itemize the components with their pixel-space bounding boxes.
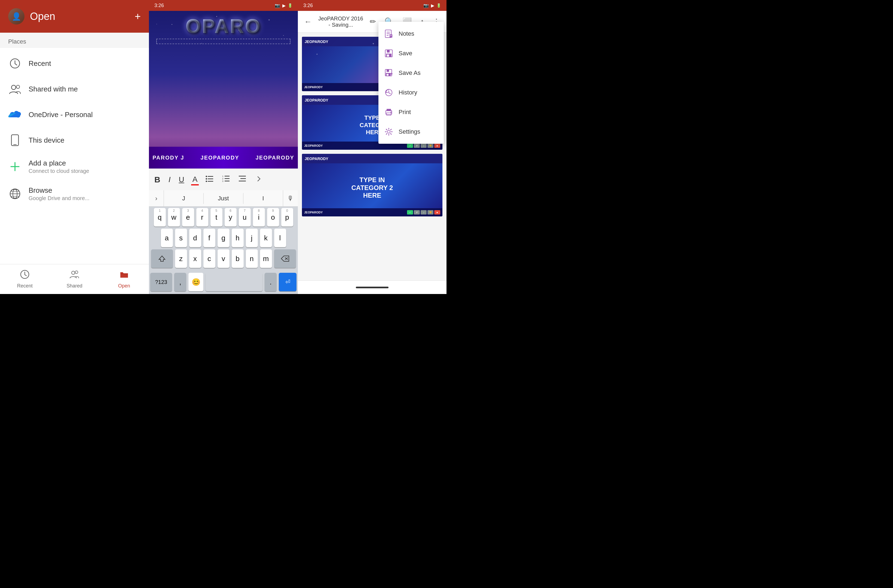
color-button[interactable]: A (191, 174, 199, 185)
slide-2-btn-wrong[interactable]: ✗ (414, 143, 420, 148)
history-label: History (398, 89, 417, 96)
notes-icon (384, 29, 394, 39)
back-button[interactable]: ← (302, 15, 314, 28)
key-w[interactable]: 2w (168, 208, 180, 227)
key-l[interactable]: l (274, 229, 286, 247)
slide-3-header: JEOPARODY (302, 154, 442, 163)
nav-item-browse[interactable]: Browse Google Drive and more... (0, 180, 149, 208)
svg-rect-47 (387, 54, 389, 57)
indent-button[interactable] (237, 173, 248, 186)
saveas-label: Save As (398, 69, 421, 77)
suggestion-arrow[interactable]: › (149, 190, 164, 206)
bold-button[interactable]: B (153, 174, 162, 186)
svg-point-22 (206, 176, 207, 177)
svg-point-24 (206, 180, 207, 182)
slide-thumb-3[interactable]: JEOPARODY TYPE INCATEGORY 2HERE JEOPAROD… (302, 154, 442, 217)
period-key[interactable]: . (265, 273, 277, 291)
svg-rect-5 (11, 135, 18, 146)
slide-3-btn-correct[interactable]: ✓ (407, 210, 413, 215)
italic-button[interactable]: I (167, 174, 172, 185)
suggestion-just[interactable]: Just (204, 195, 243, 202)
key-r[interactable]: 4r (196, 208, 208, 227)
key-m[interactable]: m (260, 250, 272, 268)
key-a[interactable]: a (161, 229, 173, 247)
space-key[interactable] (206, 273, 262, 291)
key-o[interactable]: 9o (267, 208, 279, 227)
slide-2-btn-boo[interactable]: 👎 (427, 143, 433, 148)
shared-nav-icon (69, 269, 79, 281)
slide-3-btn-wrong[interactable]: ✗ (414, 210, 420, 215)
svg-point-17 (72, 271, 75, 274)
edit-button[interactable]: ✏ (368, 15, 378, 28)
editor-panel: 3:26 📷 ▶ 🔋 ✦ ✦ ✦ ✦ ✦ ✦ ✦ OPARO PARODY J … (149, 0, 298, 294)
key-p[interactable]: 0p (281, 208, 293, 227)
bullet-list-button[interactable] (204, 174, 215, 186)
avatar[interactable]: 👤 (8, 8, 24, 24)
slide-2-btn-cheer[interactable]: ♪ (421, 143, 427, 148)
key-u[interactable]: 7u (239, 208, 251, 227)
recent-nav-label: Recent (17, 283, 33, 289)
key-f[interactable]: f (203, 229, 215, 247)
slide-3-btn-boo[interactable]: 👎 (427, 210, 433, 215)
key-s[interactable]: s (175, 229, 187, 247)
nav-list: Recent Shared with me (0, 48, 149, 264)
bottom-nav-shared[interactable]: Shared (50, 264, 99, 294)
nav-item-recent[interactable]: Recent (0, 51, 149, 76)
suggestion-j[interactable]: J (164, 195, 203, 202)
add-place-label: Add a place (29, 159, 89, 167)
dropdown-save[interactable]: Save (379, 44, 444, 63)
shift-key[interactable] (151, 250, 173, 268)
key-k[interactable]: k (260, 229, 272, 247)
enter-key[interactable]: ⏎ (279, 273, 296, 291)
key-c[interactable]: c (203, 250, 215, 268)
nav-item-onedrive[interactable]: OneDrive - Personal (0, 102, 149, 128)
bottom-nav-open[interactable]: Open (99, 264, 149, 294)
nav-item-shared[interactable]: Shared with me (0, 76, 149, 102)
key-n[interactable]: n (246, 250, 258, 268)
nav-item-device[interactable]: This device (0, 128, 149, 153)
slide-edit-area[interactable]: ✦ ✦ ✦ ✦ ✦ ✦ ✦ OPARO PARODY J JEOPARODY J… (149, 11, 298, 168)
dropdown-print[interactable]: Print (379, 102, 444, 122)
panel3-statusbar: 3:26 📷 ▶ 🔋 (298, 0, 446, 11)
microphone-icon[interactable]: 🎙 (283, 190, 298, 206)
panel2-statusbar: 3:26 📷 ▶ 🔋 (149, 0, 298, 11)
expand-button[interactable] (253, 174, 262, 185)
bottom-title-1: PARODY J (152, 155, 184, 161)
nav-item-add-place[interactable]: Add a place Connect to cloud storage (0, 153, 149, 180)
slide-2-btn-correct[interactable]: ✓ (407, 143, 413, 148)
backspace-key[interactable] (274, 250, 296, 268)
svg-rect-49 (386, 69, 389, 72)
dropdown-settings[interactable]: Settings (379, 122, 444, 141)
comma-key[interactable]: , (174, 273, 186, 291)
underline-button[interactable]: U (177, 174, 185, 185)
key-g[interactable]: g (218, 229, 230, 247)
symbols-key[interactable]: ?123 (150, 273, 172, 291)
key-t[interactable]: 5t (210, 208, 222, 227)
key-j[interactable]: j (246, 229, 258, 247)
key-e[interactable]: 3e (182, 208, 194, 227)
dropdown-history[interactable]: History (379, 83, 444, 102)
key-z[interactable]: z (175, 250, 187, 268)
dropdown-saveas[interactable]: Save As (379, 63, 444, 83)
key-x[interactable]: x (189, 250, 201, 268)
shared-label: Shared with me (29, 85, 78, 93)
key-q[interactable]: 1q (154, 208, 166, 227)
key-i[interactable]: 8i (253, 208, 265, 227)
key-y[interactable]: 6y (225, 208, 237, 227)
key-v[interactable]: v (218, 250, 230, 268)
page-title: Open (30, 11, 129, 22)
slide-main-title[interactable]: OPARO (181, 17, 265, 36)
numbered-list-button[interactable]: 1 2 3 (221, 173, 232, 186)
dropdown-notes[interactable]: Notes (379, 24, 444, 44)
key-h[interactable]: h (232, 229, 244, 247)
bottom-nav-recent[interactable]: Recent (0, 264, 50, 294)
add-button[interactable]: + (135, 11, 141, 22)
key-d[interactable]: d (189, 229, 201, 247)
slide-3-btn-silence[interactable]: ■ (434, 210, 440, 215)
slide-3-btn-cheer[interactable]: ♪ (421, 210, 427, 215)
key-b[interactable]: b (232, 250, 244, 268)
suggestion-i[interactable]: I (244, 195, 283, 202)
emoji-key[interactable]: 😊 (188, 273, 203, 291)
slide-2-btn-silence[interactable]: ■ (434, 143, 440, 148)
open-panel: 👤 Open + Places Recent (0, 0, 149, 294)
